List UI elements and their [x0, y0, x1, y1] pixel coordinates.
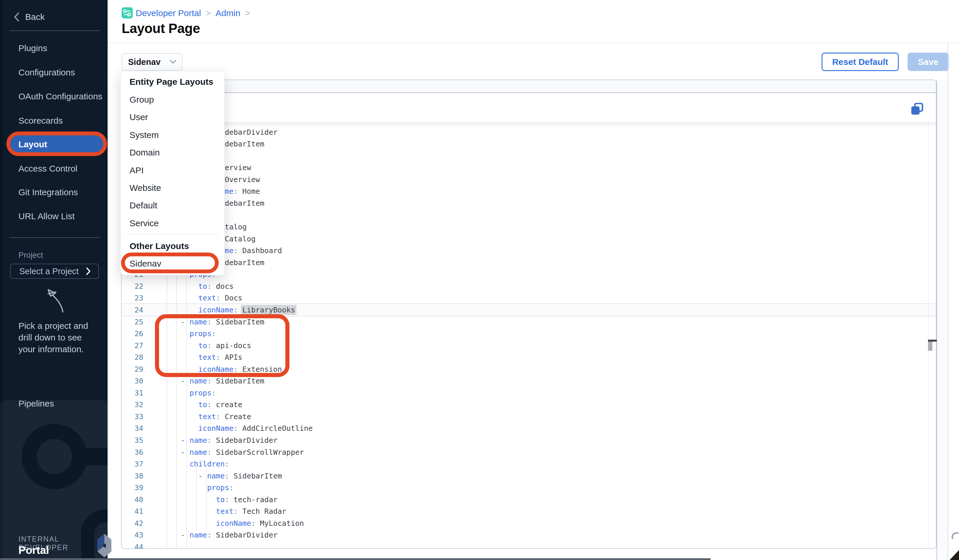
code-line-41: 41 text: Tech Radar [122, 505, 936, 517]
line-number: 29 [122, 363, 143, 375]
code-line-13: 13 text: Overview [122, 173, 936, 186]
sidebar-item-access-control[interactable]: Access Control [18, 160, 78, 177]
code-line-34: 34 iconName: AddCircleOutline [122, 422, 936, 434]
line-number: 26 [122, 328, 143, 340]
sidebar-item-oauth-configurations[interactable]: OAuth Configurations [18, 88, 102, 105]
header-divider [108, 43, 959, 43]
scrollbar-track-edge [948, 44, 948, 80]
code-line-37: 37 children: [122, 458, 936, 470]
sidebar-divider-bottom [10, 237, 100, 238]
code-line-11: 11 props: [122, 150, 936, 162]
breadcrumb: Developer Portal > Admin > [135, 8, 250, 19]
line-number: 24 [122, 304, 143, 316]
sidebar-item-configurations[interactable]: Configurations [18, 64, 75, 81]
editor-inner-edge [928, 123, 929, 549]
menu-item-system[interactable]: System [129, 128, 218, 142]
code-line-16: 16 props: [122, 209, 936, 221]
layout-type-select-value: Sidenav [128, 57, 161, 67]
line-number: 25 [122, 316, 143, 328]
line-number: 32 [122, 399, 143, 410]
code-line-31: 31 props: [122, 387, 936, 399]
project-empty-state-text: Pick a project and drill down to see you… [18, 320, 94, 355]
code-line-28: 28 text: APIs [122, 351, 936, 363]
copy-icon[interactable] [911, 103, 924, 116]
line-number: 34 [122, 422, 143, 434]
layout-admin-page: Back PluginsConfigurationsOAuth Configur… [0, 0, 959, 560]
cursor-wedge [949, 550, 959, 560]
line-number: 30 [122, 375, 143, 387]
sidebar-item-git-integrations[interactable]: Git Integrations [18, 184, 78, 201]
editor-sticky-header [122, 93, 936, 122]
menu-header-other-layouts: Other Layouts [129, 240, 189, 253]
breadcrumb-link-developer-portal[interactable]: Developer Portal [135, 8, 201, 18]
line-number: 37 [122, 458, 143, 470]
code-line-38: 38 - name: SidebarItem [122, 470, 936, 482]
sidebar-collapse-badge-icon[interactable] [97, 533, 112, 558]
breadcrumb-link-admin[interactable]: Admin [215, 8, 241, 18]
menu-item-website[interactable]: Website [129, 181, 218, 195]
code-line-42: 42 iconName: MyLocation [122, 517, 936, 529]
code-line-40: 40 to: tech-radar [122, 494, 936, 506]
menu-item-user[interactable]: User [129, 110, 218, 124]
code-line-33: 33 text: Create [122, 410, 936, 423]
code-line-14: 14 iconName: Home [122, 185, 936, 197]
menu-item-sidenav[interactable]: Sidenav [129, 257, 218, 270]
sidebar-item-layout[interactable]: Layout [18, 136, 47, 153]
menu-header-entity-page-layouts: Entity Page Layouts [129, 75, 213, 88]
line-number: 22 [122, 280, 143, 292]
scroll-shadow [122, 122, 936, 127]
code-line-20: 20 - name: SidebarItem [122, 257, 936, 269]
code-line-30: 30 - name: SidebarItem [122, 375, 936, 387]
menu-item-domain[interactable]: Domain [129, 146, 218, 159]
editor-scrollbar-thumb[interactable] [928, 342, 932, 351]
yaml-editor-panel[interactable]: 9 - name: SidebarDivider10 - name: Sideb… [121, 80, 937, 549]
page-title: Layout Page [122, 21, 200, 36]
scrollbar-track[interactable] [937, 80, 948, 560]
back-chevron-icon [13, 12, 20, 22]
code-line-23: 23 text: Docs [122, 292, 936, 304]
highlighted-token: LibraryBooks [241, 305, 297, 315]
reset-default-button[interactable]: Reset Default [822, 52, 899, 71]
code-line-18: 18 text: Catalog [122, 233, 936, 245]
menu-item-default[interactable]: Default [129, 199, 218, 213]
code-line-44: 44 [122, 541, 936, 549]
line-number: 36 [122, 446, 143, 458]
editor-top-strip [122, 80, 936, 93]
save-button[interactable]: Save [908, 52, 949, 71]
code-line-39: 39 props: [122, 482, 936, 494]
code-line-12: 12 to: overview [122, 162, 936, 173]
sidebar-item-plugins[interactable]: Plugins [18, 40, 47, 57]
project-select-label: Select a Project [19, 267, 79, 276]
layout-select-menu: Entity Page LayoutsGroupUserSystemDomain… [121, 71, 225, 275]
code-line-22: 22 to: docs [122, 280, 936, 292]
code-line-27: 27 to: api-docs [122, 340, 936, 352]
line-number: 35 [122, 434, 143, 446]
code-line-10: 10 - name: SidebarItem [122, 138, 936, 150]
code-line-24: 24 iconName: LibraryBooks [122, 304, 936, 316]
bottom-bar [0, 558, 710, 560]
breadcrumb-logo-icon [122, 7, 133, 18]
breadcrumb-separator: > [206, 8, 211, 18]
sidebar-divider-top [10, 30, 100, 31]
code-line-43: 43 - name: SidebarDivider [122, 529, 936, 541]
back-button[interactable]: Back [13, 11, 45, 23]
code-line-21: 21 props: [122, 268, 936, 280]
code-line-36: 36 - name: SidebarScrollWrapper [122, 446, 936, 458]
code-line-19: 19 iconName: Dashboard [122, 245, 936, 257]
chevron-down-icon [170, 60, 177, 64]
arrow-doodle-icon [42, 285, 69, 314]
sidebar-item-url-allow-list[interactable]: URL Allow List [18, 208, 75, 225]
menu-item-service[interactable]: Service [129, 216, 218, 230]
code-line-35: 35 - name: SidebarDivider [122, 434, 936, 446]
layout-type-select[interactable]: Sidenav [122, 53, 182, 71]
edit-pencil-icon[interactable] [949, 532, 959, 542]
code-line-32: 32 to: create [122, 399, 936, 410]
project-select-button[interactable]: Select a Project [10, 264, 99, 279]
menu-item-group[interactable]: Group [129, 93, 218, 107]
brand-line2: Portal [18, 544, 49, 557]
back-label: Back [25, 12, 45, 22]
line-number: 33 [122, 410, 143, 423]
sidebar-item-scorecards[interactable]: Scorecards [18, 112, 63, 129]
line-number: 41 [122, 505, 143, 517]
menu-item-api[interactable]: API [129, 163, 218, 177]
